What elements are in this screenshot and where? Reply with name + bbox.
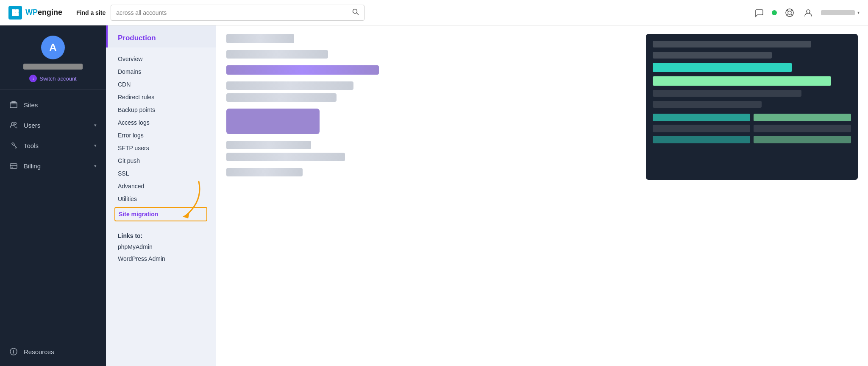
header: WPengine Find a site <box>0 0 868 25</box>
site-nav-list: Overview Domains CDN Redirect rules Back… <box>106 47 216 228</box>
sidebar-item-label-users: Users <box>24 122 88 129</box>
sidebar-item-tools[interactable]: Tools ▾ <box>0 135 106 156</box>
sidebar-profile: A ↕ Switch account <box>0 25 106 89</box>
site-nav-item-sftp-users[interactable]: SFTP users <box>106 142 216 154</box>
user-menu-button[interactable]: ▾ <box>821 10 860 15</box>
tools-icon <box>9 141 18 150</box>
site-nav-item-domains[interactable]: Domains <box>106 65 216 78</box>
sidebar-bottom: Resources <box>0 337 106 366</box>
resources-icon <box>9 347 18 356</box>
main-layout: A ↕ Switch account Sites <box>0 25 868 366</box>
search-input[interactable] <box>116 9 352 16</box>
content-section-1 <box>226 34 858 180</box>
preview-grid <box>653 114 851 143</box>
site-nav-item-git-push[interactable]: Git push <box>106 154 216 167</box>
switch-account-label: Switch account <box>39 75 76 82</box>
switch-icon: ↕ <box>29 75 37 82</box>
sidebar: A ↕ Switch account Sites <box>0 25 106 366</box>
svg-point-15 <box>11 123 14 125</box>
logo-text: WPengine <box>25 8 62 17</box>
site-nav-item-redirect-rules[interactable]: Redirect rules <box>106 91 216 103</box>
svg-rect-2 <box>12 13 15 16</box>
preview-redact-2 <box>653 52 772 59</box>
site-nav-links: phpMyAdmin WordPress Admin <box>106 241 216 265</box>
profile-name-redact <box>23 64 83 70</box>
svg-line-5 <box>357 13 359 14</box>
billing-chevron-icon: ▾ <box>94 163 97 169</box>
redacted-line-4 <box>226 141 311 149</box>
tools-chevron-icon: ▾ <box>94 143 97 148</box>
site-nav-item-ssl[interactable]: SSL <box>106 167 216 180</box>
sites-icon <box>9 101 18 109</box>
preview-teal-bar <box>653 63 792 72</box>
site-nav-item-backup-points[interactable]: Backup points <box>106 103 216 116</box>
search-label: Find a site <box>76 9 106 16</box>
content-area: Production Overview Domains CDN Redirect… <box>106 25 868 366</box>
svg-point-16 <box>14 123 17 125</box>
svg-point-12 <box>807 10 810 13</box>
preview-grid-5 <box>653 136 750 143</box>
site-nav-link-wordpress-admin[interactable]: WordPress Admin <box>106 253 216 265</box>
search-icon[interactable] <box>352 8 359 17</box>
site-nav-item-site-migration[interactable]: Site migration <box>114 207 207 221</box>
dropdown-chevron-icon: ▾ <box>857 10 860 15</box>
svg-line-8 <box>791 10 793 11</box>
chat-icon[interactable] <box>753 7 765 19</box>
redacted-title-1 <box>226 34 294 43</box>
search-box <box>111 5 364 21</box>
redacted-line-2 <box>226 81 353 90</box>
header-right: ▾ <box>753 7 860 19</box>
username-redact <box>821 10 855 15</box>
redacted-line-1 <box>226 50 328 59</box>
switch-account-button[interactable]: ↕ Switch account <box>29 75 76 82</box>
status-indicator <box>772 10 777 15</box>
redacted-line-5 <box>226 153 345 161</box>
svg-rect-3 <box>15 13 19 16</box>
svg-rect-17 <box>10 164 17 168</box>
sidebar-item-label-billing: Billing <box>24 162 88 170</box>
sidebar-item-resources[interactable]: Resources <box>9 343 97 360</box>
help-icon[interactable] <box>784 7 796 19</box>
site-nav-links-header: Links to: <box>106 228 216 241</box>
site-nav-header: Production <box>106 25 216 47</box>
site-nav-item-error-logs[interactable]: Error logs <box>106 129 216 142</box>
site-nav-item-overview[interactable]: Overview <box>106 53 216 65</box>
avatar: A <box>41 36 65 59</box>
preview-grid-3 <box>653 125 750 132</box>
sidebar-item-label-tools: Tools <box>24 142 88 149</box>
svg-rect-0 <box>12 9 15 13</box>
logo[interactable]: WPengine <box>8 6 68 20</box>
site-nav-item-access-logs[interactable]: Access logs <box>106 116 216 129</box>
logo-icon <box>8 6 22 20</box>
preview-grid-2 <box>754 114 851 121</box>
preview-redact-1 <box>653 41 811 47</box>
redacted-line-3 <box>226 93 337 102</box>
sidebar-item-billing[interactable]: Billing ▾ <box>0 156 106 176</box>
sidebar-nav: Sites Users ▾ <box>0 89 106 337</box>
preview-grid-4 <box>754 125 851 132</box>
preview-green-bar <box>653 76 831 86</box>
site-nav-title: Production <box>118 34 206 42</box>
preview-grid-1 <box>653 114 750 121</box>
content-left <box>226 34 636 180</box>
users-chevron-icon: ▾ <box>94 123 97 128</box>
site-nav-item-utilities[interactable]: Utilities <box>106 193 216 205</box>
preview-grid-6 <box>754 136 851 143</box>
site-nav-item-advanced[interactable]: Advanced <box>106 180 216 193</box>
sidebar-item-users[interactable]: Users ▾ <box>0 115 106 135</box>
search-container: Find a site <box>76 5 364 21</box>
svg-point-7 <box>788 11 791 14</box>
redacted-purple-bar <box>226 65 379 75</box>
svg-rect-18 <box>11 167 13 168</box>
redacted-line-6 <box>226 168 303 176</box>
user-icon[interactable] <box>802 7 814 19</box>
svg-line-11 <box>787 10 788 11</box>
users-icon <box>9 121 18 129</box>
sidebar-item-sites[interactable]: Sites <box>0 95 106 115</box>
site-nav-item-cdn[interactable]: CDN <box>106 78 216 91</box>
site-nav-link-phpmyadmin[interactable]: phpMyAdmin <box>106 241 216 253</box>
svg-rect-14 <box>11 101 16 103</box>
billing-icon <box>9 162 18 170</box>
svg-rect-13 <box>10 103 17 108</box>
sidebar-item-label-sites: Sites <box>24 101 97 109</box>
